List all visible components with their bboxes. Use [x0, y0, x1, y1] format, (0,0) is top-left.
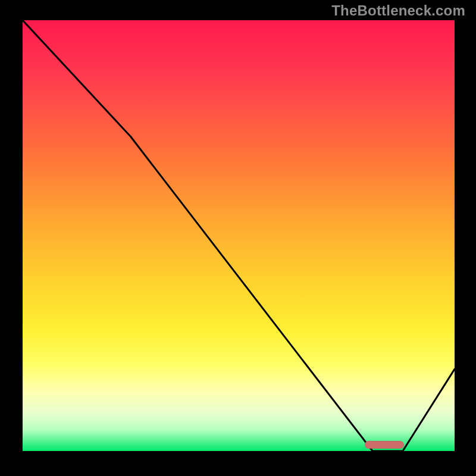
plot-area	[23, 20, 455, 451]
curve-svg	[23, 20, 455, 451]
chart-frame: TheBottleneck.com	[0, 0, 476, 476]
watermark-text: TheBottleneck.com	[331, 2, 465, 19]
bottleneck-curve	[23, 20, 455, 451]
optimal-marker	[365, 441, 404, 449]
